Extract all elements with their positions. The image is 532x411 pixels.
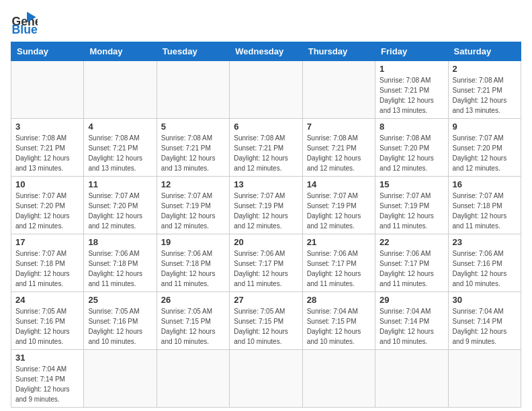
calendar-cell: 27Sunrise: 7:05 AM Sunset: 7:15 PM Dayli…: [230, 292, 302, 350]
day-info: Sunrise: 7:07 AM Sunset: 7:20 PM Dayligh…: [15, 191, 79, 231]
calendar-cell: 16Sunrise: 7:07 AM Sunset: 7:18 PM Dayli…: [448, 177, 521, 234]
day-number: 3: [15, 122, 79, 132]
day-number: 22: [380, 237, 443, 247]
svg-text:Blue: Blue: [12, 23, 38, 35]
calendar-cell: 1Sunrise: 7:08 AM Sunset: 7:21 PM Daylig…: [375, 61, 448, 119]
calendar-cell: [448, 350, 521, 408]
calendar-cell: [157, 350, 229, 408]
day-info: Sunrise: 7:06 AM Sunset: 7:17 PM Dayligh…: [307, 248, 371, 289]
week-row-1: 3Sunrise: 7:08 AM Sunset: 7:21 PM Daylig…: [11, 119, 521, 177]
calendar-cell: 22Sunrise: 7:06 AM Sunset: 7:17 PM Dayli…: [375, 234, 448, 292]
weekday-header-tuesday: Tuesday: [157, 42, 229, 61]
day-number: 17: [15, 237, 79, 247]
calendar-cell: 17Sunrise: 7:07 AM Sunset: 7:18 PM Dayli…: [11, 234, 84, 292]
day-info: Sunrise: 7:07 AM Sunset: 7:18 PM Dayligh…: [453, 191, 517, 231]
day-number: 15: [380, 179, 443, 189]
week-row-3: 17Sunrise: 7:07 AM Sunset: 7:18 PM Dayli…: [11, 234, 521, 292]
day-info: Sunrise: 7:07 AM Sunset: 7:18 PM Dayligh…: [15, 248, 79, 289]
day-info: Sunrise: 7:04 AM Sunset: 7:14 PM Dayligh…: [453, 306, 517, 347]
day-info: Sunrise: 7:05 AM Sunset: 7:16 PM Dayligh…: [88, 306, 152, 347]
day-info: Sunrise: 7:08 AM Sunset: 7:21 PM Dayligh…: [380, 75, 443, 116]
day-number: 19: [161, 237, 225, 247]
calendar-cell: [302, 350, 375, 408]
week-row-5: 31Sunrise: 7:04 AM Sunset: 7:14 PM Dayli…: [11, 350, 521, 408]
day-number: 9: [453, 122, 517, 132]
day-number: 27: [234, 295, 298, 305]
day-number: 18: [88, 237, 152, 247]
day-info: Sunrise: 7:06 AM Sunset: 7:16 PM Dayligh…: [453, 248, 517, 289]
weekday-header-friday: Friday: [375, 42, 448, 61]
calendar-cell: 20Sunrise: 7:06 AM Sunset: 7:17 PM Dayli…: [230, 234, 302, 292]
day-number: 28: [307, 295, 371, 305]
calendar-cell: 26Sunrise: 7:05 AM Sunset: 7:15 PM Dayli…: [157, 292, 229, 350]
header: General Blue: [11, 11, 521, 35]
day-info: Sunrise: 7:04 AM Sunset: 7:14 PM Dayligh…: [15, 364, 79, 404]
calendar-cell: 13Sunrise: 7:07 AM Sunset: 7:19 PM Dayli…: [230, 177, 302, 234]
weekday-header-row: SundayMondayTuesdayWednesdayThursdayFrid…: [11, 42, 521, 61]
calendar-cell: 25Sunrise: 7:05 AM Sunset: 7:16 PM Dayli…: [84, 292, 157, 350]
day-info: Sunrise: 7:07 AM Sunset: 7:19 PM Dayligh…: [380, 191, 443, 231]
calendar-cell: 31Sunrise: 7:04 AM Sunset: 7:14 PM Dayli…: [11, 350, 84, 408]
generalblue-logo-icon: General Blue: [11, 11, 38, 35]
day-info: Sunrise: 7:08 AM Sunset: 7:21 PM Dayligh…: [161, 133, 225, 173]
weekday-header-monday: Monday: [84, 42, 157, 61]
day-number: 23: [453, 237, 517, 247]
day-info: Sunrise: 7:07 AM Sunset: 7:19 PM Dayligh…: [307, 191, 371, 231]
calendar-cell: 15Sunrise: 7:07 AM Sunset: 7:19 PM Dayli…: [375, 177, 448, 234]
calendar-cell: 28Sunrise: 7:04 AM Sunset: 7:15 PM Dayli…: [302, 292, 375, 350]
calendar-cell: [84, 350, 157, 408]
calendar-cell: 6Sunrise: 7:08 AM Sunset: 7:21 PM Daylig…: [230, 119, 302, 177]
day-number: 11: [88, 179, 152, 189]
day-info: Sunrise: 7:07 AM Sunset: 7:19 PM Dayligh…: [161, 191, 225, 231]
calendar-table: SundayMondayTuesdayWednesdayThursdayFrid…: [11, 42, 521, 408]
calendar-cell: 10Sunrise: 7:07 AM Sunset: 7:20 PM Dayli…: [11, 177, 84, 234]
calendar-cell: [84, 61, 157, 119]
day-number: 29: [380, 295, 443, 305]
day-info: Sunrise: 7:06 AM Sunset: 7:18 PM Dayligh…: [88, 248, 152, 289]
day-info: Sunrise: 7:05 AM Sunset: 7:15 PM Dayligh…: [234, 306, 298, 347]
day-info: Sunrise: 7:06 AM Sunset: 7:17 PM Dayligh…: [380, 248, 443, 289]
logo: General Blue: [11, 11, 38, 35]
calendar-cell: 8Sunrise: 7:08 AM Sunset: 7:20 PM Daylig…: [375, 119, 448, 177]
day-info: Sunrise: 7:08 AM Sunset: 7:21 PM Dayligh…: [453, 75, 517, 116]
day-number: 5: [161, 122, 225, 132]
calendar-cell: 7Sunrise: 7:08 AM Sunset: 7:21 PM Daylig…: [302, 119, 375, 177]
day-number: 13: [234, 179, 298, 189]
day-number: 12: [161, 179, 225, 189]
calendar-cell: [11, 61, 84, 119]
calendar-cell: 18Sunrise: 7:06 AM Sunset: 7:18 PM Dayli…: [84, 234, 157, 292]
calendar-cell: 3Sunrise: 7:08 AM Sunset: 7:21 PM Daylig…: [11, 119, 84, 177]
day-info: Sunrise: 7:07 AM Sunset: 7:20 PM Dayligh…: [88, 191, 152, 231]
day-info: Sunrise: 7:07 AM Sunset: 7:19 PM Dayligh…: [234, 191, 298, 231]
day-number: 1: [380, 64, 443, 74]
calendar-cell: 5Sunrise: 7:08 AM Sunset: 7:21 PM Daylig…: [157, 119, 229, 177]
day-info: Sunrise: 7:08 AM Sunset: 7:21 PM Dayligh…: [15, 133, 79, 173]
day-info: Sunrise: 7:06 AM Sunset: 7:18 PM Dayligh…: [161, 248, 225, 289]
day-number: 21: [307, 237, 371, 247]
day-number: 10: [15, 179, 79, 189]
day-info: Sunrise: 7:06 AM Sunset: 7:17 PM Dayligh…: [234, 248, 298, 289]
day-info: Sunrise: 7:08 AM Sunset: 7:20 PM Dayligh…: [380, 133, 443, 173]
day-number: 26: [161, 295, 225, 305]
calendar-cell: 23Sunrise: 7:06 AM Sunset: 7:16 PM Dayli…: [448, 234, 521, 292]
calendar-cell: 2Sunrise: 7:08 AM Sunset: 7:21 PM Daylig…: [448, 61, 521, 119]
calendar-cell: 29Sunrise: 7:04 AM Sunset: 7:14 PM Dayli…: [375, 292, 448, 350]
day-number: 30: [453, 295, 517, 305]
day-info: Sunrise: 7:05 AM Sunset: 7:15 PM Dayligh…: [161, 306, 225, 347]
week-row-4: 24Sunrise: 7:05 AM Sunset: 7:16 PM Dayli…: [11, 292, 521, 350]
calendar-cell: 12Sunrise: 7:07 AM Sunset: 7:19 PM Dayli…: [157, 177, 229, 234]
day-info: Sunrise: 7:08 AM Sunset: 7:21 PM Dayligh…: [234, 133, 298, 173]
calendar-cell: 14Sunrise: 7:07 AM Sunset: 7:19 PM Dayli…: [302, 177, 375, 234]
day-info: Sunrise: 7:05 AM Sunset: 7:16 PM Dayligh…: [15, 306, 79, 347]
day-info: Sunrise: 7:07 AM Sunset: 7:20 PM Dayligh…: [453, 133, 517, 173]
weekday-header-thursday: Thursday: [302, 42, 375, 61]
week-row-2: 10Sunrise: 7:07 AM Sunset: 7:20 PM Dayli…: [11, 177, 521, 234]
day-info: Sunrise: 7:08 AM Sunset: 7:21 PM Dayligh…: [307, 133, 371, 173]
calendar-cell: [230, 61, 302, 119]
day-number: 14: [307, 179, 371, 189]
calendar-cell: 9Sunrise: 7:07 AM Sunset: 7:20 PM Daylig…: [448, 119, 521, 177]
day-number: 8: [380, 122, 443, 132]
calendar-cell: 11Sunrise: 7:07 AM Sunset: 7:20 PM Dayli…: [84, 177, 157, 234]
calendar-cell: 19Sunrise: 7:06 AM Sunset: 7:18 PM Dayli…: [157, 234, 229, 292]
day-number: 2: [453, 64, 517, 74]
